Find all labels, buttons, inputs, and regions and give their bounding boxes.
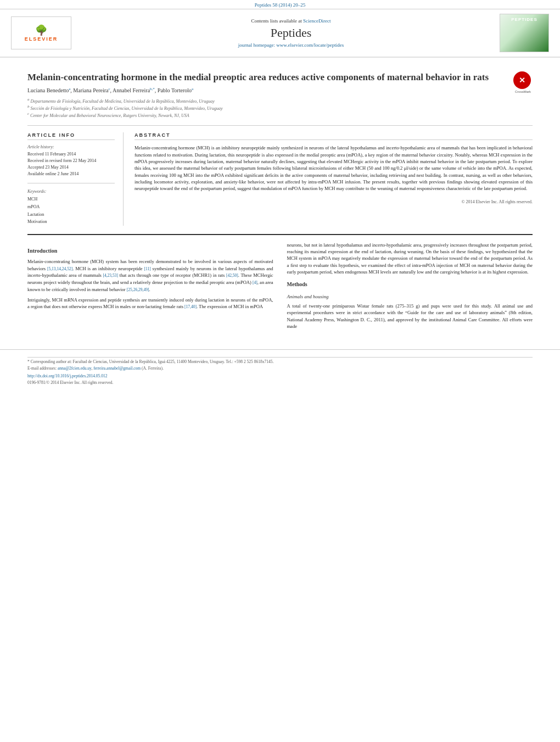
abstract-text: Melanin-concentrating hormone (MCH) is a… — [135, 144, 533, 192]
article-info-header: ARTICLE INFO — [27, 132, 115, 140]
elsevier-brand-text: ELSEVIER — [25, 36, 58, 42]
article-info-abstract: ARTICLE INFO Article history: Received 1… — [27, 132, 533, 225]
introduction-title: Introduction — [27, 247, 273, 255]
elsevier-logo: 🌳 ELSEVIER — [11, 16, 71, 49]
journal-title: Peptides — [82, 26, 500, 40]
abstract-header: ABSTRACT — [135, 132, 533, 140]
corresponding-note: * Corresponding author at: Facultad de C… — [27, 359, 533, 364]
author-ferreira: Annabel Ferreira — [113, 87, 150, 93]
crossmark-logo[interactable]: ✕ CrossMark — [513, 71, 533, 91]
info-divider — [27, 183, 115, 183]
received-revised-date: Received in revised form 22 May 2014 — [27, 158, 115, 164]
body-left-col: Introduction Melanin-concentrating hormo… — [27, 242, 273, 333]
methods-title: Methods — [287, 281, 533, 289]
email-suffix: (A. Ferreira). — [142, 366, 164, 371]
affiliation-b: b Sección de Fisiología y Nutrición, Fac… — [27, 104, 505, 111]
author-pereira: Mariana Pereira — [73, 87, 108, 93]
email-label: E-mail addresses: — [27, 366, 57, 371]
ref-link-3[interactable]: [4,23,53] — [103, 273, 118, 278]
received-date: Received 11 February 2014 — [27, 151, 115, 158]
ref-link-2[interactable]: [11] — [144, 266, 151, 271]
animals-para: A total of twenty-one primiparous Wistar… — [287, 303, 533, 330]
affiliation-c: c Center for Molecular and Behavioral Ne… — [27, 111, 505, 118]
page-container: Peptides 58 (2014) 20–25 🌳 ELSEVIER Cont… — [0, 0, 560, 389]
journal-center: Contents lists available at ScienceDirec… — [82, 18, 500, 48]
crossmark-icon: ✕ — [519, 76, 525, 85]
article-title-section: Melanin-concentrating hormone in the med… — [27, 63, 533, 126]
history-label: Article history: — [27, 144, 115, 149]
body-two-col: Introduction Melanin-concentrating hormo… — [27, 242, 533, 333]
crossmark-label: CrossMark — [513, 90, 533, 93]
email-2-link[interactable]: ferreira.annabel@gmail.com — [93, 366, 141, 371]
homepage-link[interactable]: www.elsevier.com/locate/peptides — [276, 42, 344, 48]
right-para1: neurons, but not in lateral hypothalamus… — [287, 242, 533, 276]
body-right-col: neurons, but not in lateral hypothalamus… — [287, 242, 533, 333]
copyright-line: © 2014 Elsevier Inc. All rights reserved… — [135, 197, 533, 204]
available-date: Available online 2 June 2014 — [27, 171, 115, 177]
homepage-label: journal homepage: — [238, 42, 275, 48]
animals-subtitle: Animals and housing — [287, 293, 533, 300]
journal-citation: Peptides 58 (2014) 20–25 — [255, 2, 306, 8]
author-torterolo: Pablo Torterolo — [158, 87, 192, 93]
doi-line: http://dx.doi.org/10.1016/j.peptides.201… — [27, 373, 533, 378]
main-content: Melanin-concentrating hormone in the med… — [0, 58, 560, 338]
issn-line: 0196-9781/© 2014 Elsevier Inc. All right… — [27, 380, 533, 385]
keyword-mch: MCH — [27, 196, 115, 203]
page-footer: * Corresponding author at: Facultad de C… — [0, 349, 560, 389]
authors-line: Luciana Benedettoa, Mariana Pereirac, An… — [27, 83, 505, 96]
article-history: Article history: Received 11 February 20… — [27, 144, 115, 177]
journal-homepage: journal homepage: www.elsevier.com/locat… — [82, 42, 500, 48]
footer-divider — [27, 357, 533, 358]
ref-link-7[interactable]: [17,40] — [184, 304, 197, 309]
article-info-column: ARTICLE INFO Article history: Received 1… — [27, 132, 124, 225]
keyword-motivation: Motivation — [27, 218, 115, 226]
body-divider — [27, 234, 533, 235]
affiliation-a: a Departamento de Fisiología, Facultad d… — [27, 97, 505, 104]
email-line: E-mail addresses: anna@2fcien.edu.uy, fe… — [27, 366, 533, 371]
author-benedetto: Luciana Benedetto — [27, 87, 69, 93]
corresponding-text: * Corresponding author at: Facultad de C… — [27, 359, 273, 364]
ref-link-4[interactable]: [42,50] — [226, 273, 238, 278]
doi-link[interactable]: http://dx.doi.org/10.1016/j.peptides.201… — [27, 373, 108, 378]
sciencedirect-link[interactable]: ScienceDirect — [303, 18, 331, 24]
intro-para2: Intriguingly, MCH mRNA expression and pe… — [27, 297, 273, 310]
peptides-logo-box: PEPTIDES — [500, 14, 549, 52]
keyword-lactation: Lactation — [27, 211, 115, 219]
ref-link-5[interactable]: [4] — [253, 280, 257, 285]
ref-link-6[interactable]: [25,26,29,49] — [127, 287, 149, 292]
contents-label: Contents lists available at — [251, 18, 302, 24]
elsevier-tree-icon: 🌳 — [35, 24, 47, 36]
abstract-column: ABSTRACT Melanin-concentrating hormone (… — [135, 132, 533, 225]
peptides-logo-text: PEPTIDES — [500, 17, 548, 22]
email-1-link[interactable]: anna@2fcien.edu.uy — [58, 366, 91, 371]
accepted-date: Accepted 23 May 2014 — [27, 164, 115, 171]
affiliations: a Departamento de Fisiología, Facultad d… — [27, 96, 505, 120]
crossmark-circle: ✕ — [513, 71, 531, 89]
article-title: Melanin-concentrating hormone in the med… — [27, 71, 494, 83]
journal-citation-bar: Peptides 58 (2014) 20–25 — [0, 0, 560, 9]
ref-link-1[interactable]: [5,13,14,24,52] — [47, 266, 72, 271]
keyword-mpoa: mPOA — [27, 203, 115, 211]
journal-header: 🌳 ELSEVIER Contents lists available at S… — [0, 9, 560, 58]
keywords-label: Keywords: — [27, 189, 115, 194]
intro-para1: Melanin-concentrating hormone (MCH) syst… — [27, 258, 273, 293]
science-direct-info: Contents lists available at ScienceDirec… — [82, 18, 500, 24]
keywords-section: Keywords: MCH mPOA Lactation Motivation — [27, 189, 115, 225]
